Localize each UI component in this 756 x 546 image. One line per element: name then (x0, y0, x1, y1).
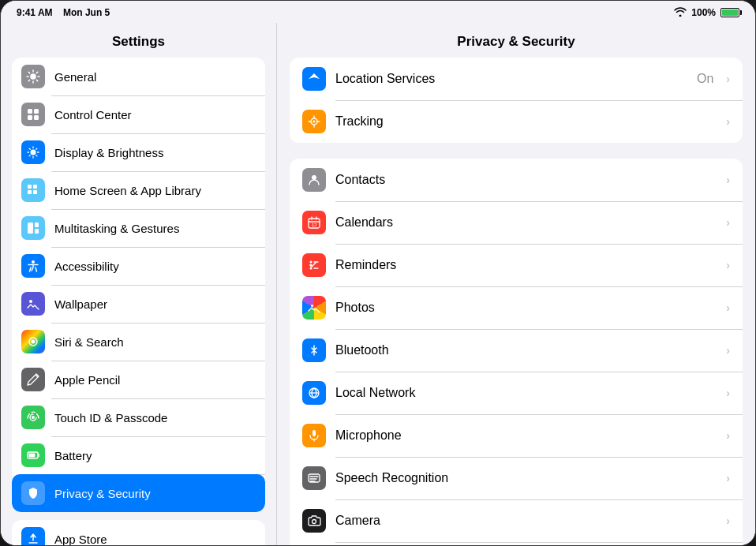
tracking-label: Tracking (335, 114, 717, 129)
microphone-icon (302, 424, 326, 447)
svg-point-30 (310, 267, 313, 270)
accessibility-icon (21, 254, 45, 278)
row-tracking[interactable]: Tracking › (290, 100, 743, 143)
control-center-icon (21, 103, 45, 126)
svg-rect-8 (28, 190, 32, 194)
row-microphone[interactable]: Microphone › (290, 414, 743, 457)
apple-pencil-icon (21, 368, 45, 391)
sidebar-item-multitasking[interactable]: Multitasking & Gestures (12, 209, 265, 247)
sidebar-item-wallpaper[interactable]: Wallpaper (12, 285, 265, 323)
contacts-icon (302, 168, 326, 192)
svg-rect-2 (34, 109, 39, 114)
svg-rect-4 (34, 115, 39, 120)
svg-point-17 (32, 416, 35, 419)
sidebar-section-main: General Control Center Display & Brightn… (12, 58, 265, 512)
row-bluetooth[interactable]: Bluetooth › (290, 329, 743, 372)
date-label: Mon Jun 5 (63, 7, 110, 18)
reminders-icon (302, 253, 326, 277)
wifi-icon (674, 7, 687, 19)
sidebar-item-touch-id[interactable]: Touch ID & Passcode (12, 398, 265, 436)
row-health[interactable]: Health › (290, 542, 743, 545)
row-speech[interactable]: Speech Recognition › (290, 457, 743, 499)
microphone-chevron: › (726, 429, 730, 442)
svg-rect-33 (313, 430, 316, 436)
speech-chevron: › (726, 472, 730, 484)
row-reminders[interactable]: Reminders › (290, 244, 743, 286)
right-panel-content: Location Services On › Tracking › (277, 58, 755, 545)
speech-icon (302, 466, 326, 490)
siri-icon (21, 330, 45, 353)
bluetooth-icon (302, 338, 326, 362)
row-contacts[interactable]: Contacts › (290, 159, 743, 201)
location-services-value: On (697, 72, 713, 86)
sidebar-item-home-screen[interactable]: Home Screen & App Library (12, 171, 265, 209)
home-screen-label: Home Screen & App Library (54, 184, 201, 197)
photos-chevron: › (726, 301, 730, 314)
svg-rect-10 (28, 223, 33, 234)
battery-label: Battery (54, 449, 92, 462)
status-bar: 9:41 AM Mon Jun 5 100% (1, 1, 755, 23)
section-permissions: Contacts › 12 Calendars › R (290, 159, 743, 545)
svg-text:12: 12 (312, 223, 317, 227)
multitasking-label: Multitasking & Gestures (54, 222, 179, 235)
sidebar-title: Settings (1, 23, 276, 58)
sidebar-item-general[interactable]: General (12, 58, 265, 95)
calendars-label: Calendars (335, 215, 717, 230)
svg-rect-6 (28, 185, 32, 189)
svg-point-28 (310, 261, 313, 264)
row-local-network[interactable]: Local Network › (290, 372, 743, 414)
apple-pencil-label: Apple Pencil (54, 373, 120, 387)
svg-point-31 (311, 305, 313, 307)
display-label: Display & Brightness (54, 146, 163, 159)
location-services-icon (302, 67, 326, 91)
svg-point-13 (32, 260, 35, 264)
row-camera[interactable]: Camera › (290, 499, 743, 542)
photos-label: Photos (335, 301, 717, 315)
sidebar-item-display[interactable]: Display & Brightness (12, 133, 265, 171)
privacy-icon (21, 481, 45, 505)
svg-point-14 (29, 300, 32, 303)
status-right: 100% (674, 7, 739, 19)
sidebar-item-app-store[interactable]: App Store (12, 520, 265, 545)
battery-icon (720, 8, 739, 17)
contacts-chevron: › (726, 174, 730, 186)
camera-label: Camera (335, 514, 717, 528)
svg-rect-12 (35, 229, 39, 234)
tracking-chevron: › (726, 115, 730, 128)
touch-id-icon (21, 406, 45, 429)
app-store-icon (21, 527, 45, 545)
sidebar-list: General Control Center Display & Brightn… (1, 58, 276, 545)
ipad-frame: 9:41 AM Mon Jun 5 100% Settings (0, 0, 756, 546)
row-calendars[interactable]: 12 Calendars › (290, 201, 743, 244)
main-content: Settings General Control Center (1, 23, 755, 545)
sidebar-item-battery[interactable]: Battery (12, 436, 265, 474)
status-time: 9:41 AM Mon Jun 5 (17, 7, 110, 18)
sidebar-section-apps: App Store Wallet & Apple Pay (12, 520, 265, 545)
general-icon (21, 65, 45, 88)
svg-point-29 (310, 264, 313, 267)
sidebar-item-accessibility[interactable]: Accessibility (12, 247, 265, 285)
display-icon (21, 140, 45, 164)
svg-point-25 (312, 175, 316, 180)
control-center-label: Control Center (54, 108, 132, 122)
bluetooth-label: Bluetooth (335, 343, 717, 357)
location-services-chevron: › (726, 73, 730, 85)
general-label: General (54, 70, 96, 84)
wallpaper-icon (21, 292, 45, 316)
sidebar-item-siri[interactable]: Siri & Search (12, 323, 265, 361)
svg-rect-3 (28, 115, 32, 120)
speech-label: Speech Recognition (335, 471, 717, 485)
sidebar-item-control-center[interactable]: Control Center (12, 95, 265, 133)
reminders-chevron: › (726, 259, 730, 271)
row-location-services[interactable]: Location Services On › (290, 58, 743, 100)
svg-point-0 (31, 74, 36, 79)
wallpaper-label: Wallpaper (54, 297, 107, 311)
battery-sidebar-icon (21, 443, 45, 467)
calendars-chevron: › (726, 216, 730, 229)
svg-rect-19 (29, 454, 36, 458)
sidebar-item-privacy[interactable]: Privacy & Security (12, 474, 265, 512)
local-network-label: Local Network (335, 386, 717, 400)
svg-rect-1 (28, 109, 32, 114)
sidebar-item-apple-pencil[interactable]: Apple Pencil (12, 361, 265, 398)
row-photos[interactable]: Photos › (290, 286, 743, 329)
